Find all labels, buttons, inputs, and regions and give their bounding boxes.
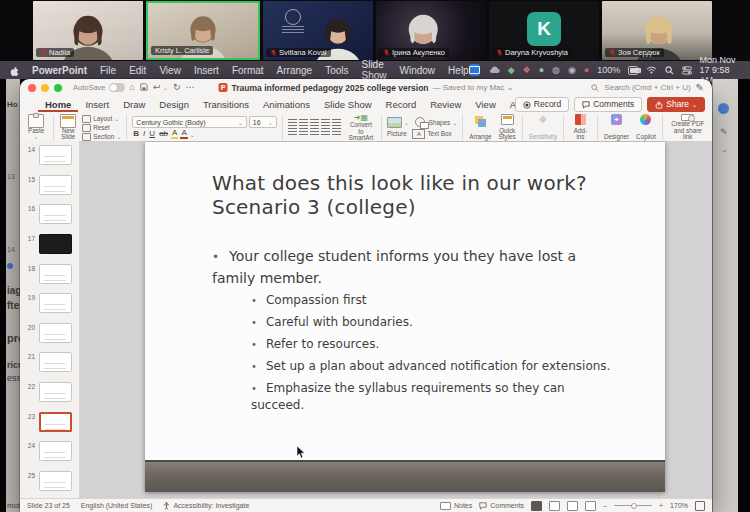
sensitivity-button[interactable]: ◆ Sensitivity xyxy=(528,113,558,142)
italic-button[interactable]: I xyxy=(142,130,146,138)
quick-styles-button[interactable]: Quick Styles xyxy=(498,113,517,142)
slide-sub-bullets[interactable]: Compassion first Careful with boundaries… xyxy=(251,292,651,419)
wifi-icon[interactable] xyxy=(646,64,657,76)
thumbnail-row[interactable]: 16 xyxy=(20,204,79,228)
sub-bullet[interactable]: Emphasize the syllabus requirements so t… xyxy=(251,380,573,415)
fullscreen-window-button[interactable] xyxy=(54,84,62,92)
slide-thumbnail[interactable] xyxy=(39,234,72,254)
add-ins-button[interactable]: Add-ins xyxy=(569,113,592,142)
copilot-button[interactable]: Copilot xyxy=(635,113,657,142)
zoom-slider[interactable] xyxy=(614,505,652,506)
record-button[interactable]: Record xyxy=(515,97,569,112)
tab-insert[interactable]: Insert xyxy=(78,98,116,113)
menu-tools[interactable]: Tools xyxy=(325,65,348,76)
slide-title[interactable]: What does this look like in our work? Sc… xyxy=(212,172,636,219)
slide-canvas-area[interactable]: What does this look like in our work? Sc… xyxy=(80,141,712,499)
slide-thumbnail[interactable] xyxy=(39,264,72,284)
tab-slide-show[interactable]: Slide Show xyxy=(317,98,379,113)
comments-panel-button[interactable]: Comments xyxy=(479,502,524,510)
battery-icon[interactable] xyxy=(628,66,637,75)
section-button[interactable]: Section⌄ xyxy=(82,133,121,141)
comments-button[interactable]: Comments xyxy=(574,97,642,112)
menu-insert[interactable]: Insert xyxy=(194,65,219,76)
thumbnail-row[interactable]: 24 xyxy=(20,441,79,465)
line-spacing-icon[interactable] xyxy=(332,119,341,127)
create-pdf-button[interactable]: Create PDF and share link xyxy=(668,113,708,142)
columns-icon[interactable] xyxy=(332,128,341,136)
share-button[interactable]: Share ⌄ xyxy=(647,97,705,112)
indent-increase-icon[interactable] xyxy=(321,119,330,127)
sub-bullet[interactable]: Set up a plan about advanced notificatio… xyxy=(251,358,651,375)
menu-file[interactable]: File xyxy=(100,65,116,76)
thumbnail-row[interactable]: 22 xyxy=(20,382,79,406)
paste-button[interactable]: Paste ⌄ xyxy=(24,113,48,142)
font-size-select[interactable]: 16⌄ xyxy=(249,116,277,128)
onedrive-cloud-icon[interactable] xyxy=(488,64,500,76)
strikethrough-button[interactable]: ab xyxy=(158,130,169,138)
tab-transitions[interactable]: Transitions xyxy=(196,98,256,113)
slide-thumbnail[interactable] xyxy=(39,471,72,491)
more-commands-icon[interactable]: ⋯ xyxy=(186,83,195,92)
convert-smartart-button[interactable]: ➜▦ Convert to SmartArt xyxy=(346,113,376,142)
font-color-button[interactable]: A xyxy=(180,129,187,139)
align-right-icon[interactable] xyxy=(310,128,319,136)
zoom-in-button[interactable]: + xyxy=(659,502,663,509)
menu-window[interactable]: Window xyxy=(400,65,436,76)
normal-view-button[interactable] xyxy=(531,501,542,511)
zoom-level[interactable]: 170% xyxy=(670,502,688,509)
zoom-out-button[interactable]: – xyxy=(603,502,607,509)
thumbnail-row[interactable]: 14 xyxy=(20,145,79,169)
slide-sorter-view-button[interactable] xyxy=(549,501,560,511)
menu-help[interactable]: Help xyxy=(448,65,469,76)
menu-slide-show[interactable]: Slide Show xyxy=(362,59,387,81)
control-center-icon[interactable] xyxy=(682,64,692,76)
redo-icon[interactable]: ↻ xyxy=(173,83,181,92)
tab-home[interactable]: Home xyxy=(38,98,78,113)
sub-bullet[interactable]: Refer to resources. xyxy=(251,336,651,353)
align-left-icon[interactable] xyxy=(288,128,297,136)
arrange-button[interactable]: Arrange xyxy=(468,113,492,142)
fit-slide-button[interactable] xyxy=(695,501,705,511)
slide-thumbnail[interactable] xyxy=(39,323,72,343)
participant-tile[interactable]: Svitlana Koval xyxy=(263,1,373,60)
sub-bullet[interactable]: Careful with boundaries. xyxy=(251,314,651,331)
slide-thumbnail[interactable] xyxy=(39,352,72,372)
text-box-button[interactable]: Text Box xyxy=(427,130,451,137)
thumbnail-row[interactable]: 20 xyxy=(20,323,79,347)
notes-button[interactable]: Notes xyxy=(440,502,472,510)
menu-arrange[interactable]: Arrange xyxy=(277,65,313,76)
thumbnail-row-selected[interactable]: 23 xyxy=(20,412,79,436)
close-window-button[interactable] xyxy=(28,84,36,92)
reset-button[interactable]: Reset xyxy=(82,124,121,132)
slide-thumbnail-selected[interactable] xyxy=(39,412,72,432)
autosave-toggle[interactable] xyxy=(109,83,125,92)
participant-tile[interactable]: Зоя Сердюк xyxy=(602,1,712,60)
slide-thumbnail[interactable] xyxy=(39,441,72,461)
layout-button[interactable]: Layout⌄ xyxy=(82,115,121,123)
participant-tile[interactable]: K Daryna Kryvoshyia xyxy=(489,1,599,60)
menu-format[interactable]: Format xyxy=(232,65,264,76)
save-icon[interactable] xyxy=(140,83,148,93)
menu-view[interactable]: View xyxy=(159,65,181,76)
align-center-icon[interactable] xyxy=(299,128,308,136)
slide-thumbnail[interactable] xyxy=(39,145,72,165)
accessibility-status[interactable]: Accessibility: Investigate xyxy=(163,502,249,510)
participant-tile[interactable]: Ірина Акуленко xyxy=(376,1,486,60)
highlight-color-button[interactable]: A xyxy=(171,129,178,139)
reading-view-button[interactable] xyxy=(567,501,578,511)
indent-decrease-icon[interactable] xyxy=(310,119,319,127)
numbered-list-icon[interactable] xyxy=(299,119,308,127)
thumbnail-row[interactable]: 19 xyxy=(20,293,79,317)
underline-button[interactable]: U xyxy=(148,130,156,138)
tab-design[interactable]: Design xyxy=(152,98,196,113)
undo-icon[interactable]: ↩ ⌄ xyxy=(153,83,168,92)
record-indicator-icon[interactable]: ● xyxy=(584,64,589,76)
participant-tile-active-speaker[interactable]: Kristy L. Carlisle xyxy=(146,1,260,60)
slide-thumbnail[interactable] xyxy=(39,204,72,224)
pen-mode-icon[interactable]: ✎ xyxy=(696,82,704,93)
bullets-list-icon[interactable] xyxy=(288,119,297,127)
app-status-icon[interactable]: ❖ xyxy=(523,64,531,76)
designer-button[interactable]: ✦ Designer xyxy=(603,113,630,142)
menu-edit[interactable]: Edit xyxy=(129,65,146,76)
slide-thumbnail[interactable] xyxy=(39,175,72,195)
